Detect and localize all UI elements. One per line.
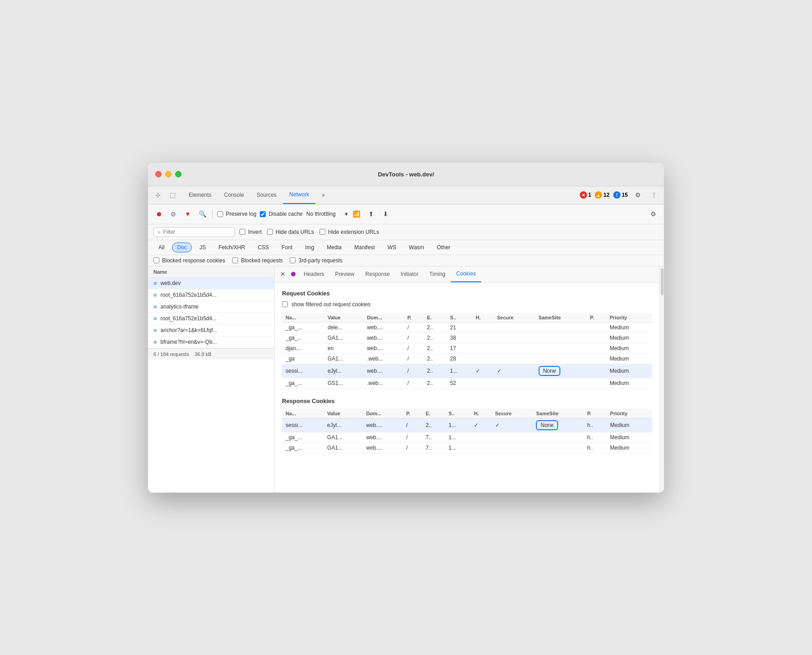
minimize-button[interactable] — [165, 171, 172, 177]
type-btn-wasm[interactable]: Wasm — [404, 242, 430, 252]
download-icon[interactable]: ⬇ — [380, 209, 391, 219]
blocked-requests-label[interactable]: Blocked requests — [232, 257, 282, 264]
req-cell-0-3: / — [404, 322, 423, 332]
hide-data-urls-checkbox[interactable] — [267, 229, 273, 235]
detail-scrollbar[interactable] — [659, 266, 664, 493]
type-btn-all[interactable]: All — [153, 242, 169, 252]
disable-cache-checkbox[interactable] — [260, 211, 266, 217]
upload-icon[interactable]: ⬆ — [366, 209, 377, 219]
type-btn-other[interactable]: Other — [432, 242, 455, 252]
hide-ext-urls-checkbox[interactable] — [320, 229, 325, 235]
error-icon: ✕ — [580, 191, 587, 199]
preserve-log-checkbox[interactable] — [217, 211, 223, 217]
invert-label[interactable]: Invert — [239, 229, 262, 235]
type-btn-manifest[interactable]: Manifest — [349, 242, 380, 252]
invert-checkbox[interactable] — [239, 229, 245, 235]
col-priority: Priority — [606, 313, 652, 323]
wifi-icon[interactable]: 📶 — [351, 209, 362, 219]
tab-more[interactable]: » — [315, 186, 331, 204]
network-settings-icon[interactable]: ⚙ — [648, 209, 659, 219]
type-btn-ws[interactable]: WS — [382, 242, 401, 252]
show-filtered-checkbox[interactable] — [282, 301, 288, 307]
filter-input-wrap: ≡ — [153, 227, 235, 237]
resp-col-p: P. — [583, 409, 607, 418]
detail-tab-cookies[interactable]: Cookies — [451, 266, 481, 283]
cookies-panel: Request Cookies show filtered out reques… — [275, 283, 659, 493]
maximize-button[interactable] — [175, 171, 182, 177]
tab-sources[interactable]: Sources — [250, 186, 283, 204]
col-p: P. — [587, 313, 606, 323]
show-filtered-row: show filtered out request cookies — [282, 301, 652, 308]
req-cell-3-samesite — [535, 353, 587, 364]
req-cell-1-4: 2.. — [423, 332, 446, 343]
request-cookie-row-4[interactable]: sessi...eJyl...web..../2..1...✓✓NoneMedi… — [282, 364, 652, 378]
more-options-icon[interactable]: ⋮ — [648, 189, 660, 201]
third-party-checkbox[interactable] — [290, 257, 296, 263]
resp-cell-1-0: _ga_... — [282, 432, 324, 442]
type-btn-font[interactable]: Font — [277, 242, 297, 252]
filter-input[interactable] — [163, 229, 226, 235]
clear-icon[interactable]: ⊘ — [168, 209, 179, 219]
tab-network[interactable]: Network — [283, 186, 315, 204]
req-cell-5-1: GS1... — [324, 378, 363, 388]
detail-tab-timing[interactable]: Timing — [424, 266, 451, 283]
request-cookie-row-2[interactable]: djan...enweb..../2..17Medium — [282, 343, 652, 353]
blocked-cookies-checkbox[interactable] — [153, 257, 159, 263]
file-name-5: bframe?hl=en&v=-Qb... — [161, 339, 217, 345]
throttle-select[interactable]: No throttling — [306, 211, 343, 217]
third-party-label[interactable]: 3rd-party requests — [290, 257, 342, 264]
file-name-2: analytics-iframe — [161, 304, 199, 310]
detail-close-icon[interactable]: ✕ — [278, 270, 287, 279]
tab-console[interactable]: Console — [218, 186, 250, 204]
req-cell-0-priority: Medium — [606, 322, 652, 332]
response-cookie-row-0[interactable]: sessi...eJyl...web..../2..1...✓✓Noneh..M… — [282, 418, 652, 432]
type-btn-doc[interactable]: Doc — [172, 242, 191, 252]
tab-bar: ⊹ ⬚ Elements Console Sources Network » ✕… — [148, 186, 664, 204]
filter-icon[interactable]: ▼ — [182, 209, 193, 219]
resp-cell-0-7: ✓ — [492, 418, 533, 432]
detail-tab-headers[interactable]: Headers — [298, 266, 330, 283]
request-cookie-row-3[interactable]: _gaGA1....web.../2..28Medium — [282, 353, 652, 364]
dock-icon[interactable]: ⬚ — [166, 189, 179, 201]
response-cookie-row-2[interactable]: _ga_...GA1...web..../7..1...h..Medium — [282, 442, 652, 453]
response-cookie-row-1[interactable]: _ga_...GA1...web..../7..1...h..Medium — [282, 432, 652, 442]
detail-tab-preview[interactable]: Preview — [330, 266, 360, 283]
type-btn-media[interactable]: Media — [322, 242, 347, 252]
search-icon[interactable]: 🔍 — [197, 209, 208, 219]
close-button[interactable] — [155, 171, 162, 177]
hide-ext-urls-label[interactable]: Hide extension URLs — [320, 229, 379, 235]
file-item-1[interactable]: ≡ root_616a752e1b5d4... — [148, 290, 274, 301]
req-cell-3-0: _ga — [282, 353, 324, 364]
request-cookie-row-0[interactable]: _ga_...dele...web..../2..21Medium — [282, 322, 652, 332]
detail-dot-icon — [291, 272, 296, 276]
blocked-requests-checkbox[interactable] — [232, 257, 238, 263]
resp-cell-2-p: h.. — [583, 442, 607, 453]
tab-elements[interactable]: Elements — [182, 186, 218, 204]
throttle-chevron-icon: ▾ — [345, 211, 348, 217]
file-item-3[interactable]: ≡ root_616a752e1b5d4... — [148, 313, 274, 325]
cursor-icon[interactable]: ⊹ — [152, 189, 164, 201]
file-item-2[interactable]: ≡ analytics-iframe — [148, 301, 274, 313]
preserve-log-label[interactable]: Preserve log — [217, 211, 256, 217]
request-cookie-row-5[interactable]: _ga_...GS1....web.../2..52Medium — [282, 378, 652, 388]
file-name-3: root_616a752e1b5d4... — [161, 315, 217, 322]
file-item-5[interactable]: ≡ bframe?hl=en&v=-Qb... — [148, 337, 274, 348]
request-cookie-row-1[interactable]: _ga_...GA1...web..../2..38Medium — [282, 332, 652, 343]
response-cookies-title: Response Cookies — [282, 398, 652, 404]
file-item-0[interactable]: ≡ web.dev — [148, 278, 274, 290]
detail-tab-response[interactable]: Response — [360, 266, 395, 283]
hide-data-urls-label[interactable]: Hide data URLs — [267, 229, 314, 235]
type-btn-fetchxhr[interactable]: Fetch/XHR — [214, 242, 250, 252]
resp-cell-1-6 — [470, 432, 491, 442]
type-btn-js[interactable]: JS — [195, 242, 211, 252]
type-btn-img[interactable]: Img — [300, 242, 319, 252]
detail-tab-initiator[interactable]: Initiator — [395, 266, 424, 283]
type-btn-css[interactable]: CSS — [253, 242, 274, 252]
disable-cache-label[interactable]: Disable cache — [260, 211, 302, 217]
blocked-cookies-label[interactable]: Blocked response cookies — [153, 257, 225, 264]
settings-icon[interactable]: ⚙ — [631, 189, 644, 201]
resp-cell-0-samesite: None — [532, 418, 583, 432]
file-item-4[interactable]: ≡ anchor?ar=1&k=6Lfqf... — [148, 325, 274, 337]
record-stop-icon[interactable]: ⏺ — [153, 209, 164, 219]
req-cell-5-5: 52 — [446, 378, 472, 388]
